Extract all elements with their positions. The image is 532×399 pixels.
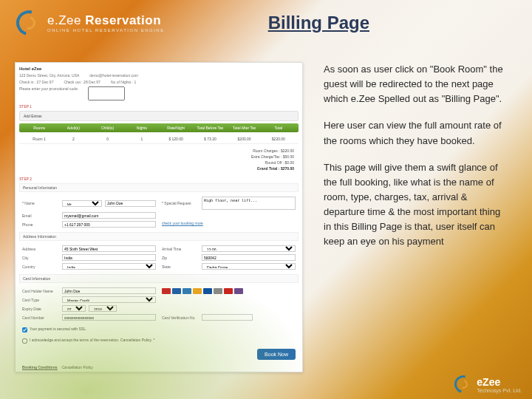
tab-booking-conditions[interactable]: Booking Conditions: [22, 365, 58, 370]
email-label: Email: [22, 214, 59, 218]
diners-icon: [214, 288, 222, 294]
round-off: Round Off : $0.00: [24, 160, 294, 166]
ssl-info-text: Your payment is secured with SSL.: [30, 327, 86, 331]
pricing-table-header: Rooms Adult(s) Child(s) Nights Rate/Nigh…: [19, 123, 299, 132]
description-p2: Here user can view the full amount rate …: [324, 118, 505, 148]
logo: e.Zee Reservation ONLINE HOTEL RESERVATI…: [16, 10, 165, 35]
td-nights: 1: [125, 137, 159, 141]
step-2-label: STEP 2: [19, 177, 299, 181]
cardnumber-label: Card Number: [22, 316, 59, 320]
agree-checkbox[interactable]: [22, 338, 27, 344]
logo-text-bold: Reservation: [85, 13, 161, 27]
cardnumber-input[interactable]: [62, 314, 156, 321]
salutation-select[interactable]: Mr.: [62, 200, 102, 207]
country-label: Country: [22, 265, 59, 269]
signup-link[interactable]: check your booking more: [162, 221, 203, 225]
promo-label: Please enter your promotional code: [19, 86, 78, 100]
cardholder-label: Card Holder Name: [22, 289, 59, 293]
grand-total: Grand Total : $270.00: [257, 166, 294, 171]
maestro-icon: [234, 288, 243, 294]
th-rooms: Rooms: [22, 126, 56, 130]
agree-text: I acknowledge and accept the terms of th…: [30, 338, 154, 342]
add-extras-bar[interactable]: Add Extras: [19, 111, 299, 121]
pricing-table-row: Room 1 2 0 1 $ 120.00 $ 73.20 $200.00 $2…: [19, 134, 299, 144]
email-input[interactable]: [62, 212, 156, 219]
expiry-label: Expiry Date: [22, 307, 59, 311]
td-total: $220.00: [262, 137, 296, 141]
salutation-label: * Name: [22, 201, 59, 205]
discover-icon: [193, 288, 202, 294]
special-req-label: * Special Request: [162, 201, 199, 205]
arrival-time-label: Arrival Time: [162, 247, 199, 251]
expiry-year-select[interactable]: 2016: [89, 305, 117, 312]
hotel-address: 123 Demo Street, City, Arizona, USA: [19, 73, 79, 78]
address-info-title: Address Information: [19, 232, 299, 241]
city-label: City: [22, 256, 59, 260]
th-children: Child(s): [91, 126, 125, 130]
cvv-input[interactable]: [202, 314, 253, 321]
jcb-icon: [203, 288, 212, 294]
th-before-tax: Total Before Tax: [193, 126, 227, 130]
address-input[interactable]: [62, 245, 156, 252]
th-rate: Rate/Night: [159, 126, 193, 130]
hotel-name: Hotel eZee: [19, 66, 299, 71]
logo-text-plain: e.Zee: [47, 13, 85, 27]
card-icons: [162, 287, 296, 294]
slide-header: e.Zee Reservation ONLINE HOTEL RESERVATI…: [0, 0, 532, 41]
th-after-tax: Total After Tax: [228, 126, 262, 130]
description-column: As soon as user click on "Book Room" the…: [324, 62, 505, 372]
step-1-label: STEP 1: [19, 104, 299, 109]
promo-input[interactable]: [88, 86, 125, 100]
logo-text: e.Zee Reservation: [47, 13, 165, 28]
cardtype-select[interactable]: Master Credit: [62, 296, 156, 303]
card-info-title: Card Information: [19, 274, 299, 283]
phone-input[interactable]: [62, 221, 156, 228]
td-adults[interactable]: 2: [56, 137, 90, 141]
td-children[interactable]: 0: [91, 137, 125, 141]
nights-label: No of Nights : 1: [111, 80, 136, 84]
td-room: Room 1: [22, 137, 56, 141]
tab-cancellation-policy[interactable]: Cancellation Policy: [62, 365, 93, 370]
footer-swirl-icon: [451, 372, 476, 397]
firstname-input[interactable]: [105, 200, 156, 207]
description-p1: As soon as user click on "Book Room" the…: [324, 62, 505, 106]
td-rate: $ 120.00: [159, 137, 193, 141]
footer-logo-sub: Technosys Pvt. Ltd.: [477, 388, 522, 393]
ssl-info-checkbox[interactable]: [22, 327, 27, 332]
hotel-email: demo@hotel-reservation.com: [89, 73, 138, 78]
unionpay-icon: [224, 288, 233, 294]
amex-icon: [183, 288, 191, 294]
special-req-textarea[interactable]: High floor, near lift...: [202, 197, 296, 210]
footer-logo-text: eZee: [477, 376, 522, 388]
th-total: Total: [262, 126, 296, 130]
country-select[interactable]: India: [62, 263, 156, 270]
zip-input[interactable]: [202, 254, 296, 261]
page-title: Billing Page: [268, 13, 369, 33]
visa-icon: [172, 288, 181, 294]
cvv-label: Card Verification No: [162, 316, 199, 320]
checkout-label: Check out : 28 Dec 97: [64, 80, 100, 84]
logo-subtitle: ONLINE HOTEL RESERVATION ENGINE: [47, 28, 165, 33]
cardholder-input[interactable]: [62, 287, 156, 294]
zip-label: Zip: [162, 256, 199, 260]
state-label: State: [162, 265, 199, 269]
td-before-tax: $ 73.20: [193, 137, 227, 141]
mastercard-icon: [162, 288, 171, 294]
billing-page-screenshot: Hotel eZee 123 Demo Street, City, Arizon…: [15, 62, 303, 372]
totals-block: Room Charges : $220.00 Extra Charge/Tax …: [19, 146, 299, 173]
extra-charges: Extra Charge/Tax : $50.00: [24, 154, 294, 160]
city-input[interactable]: [62, 254, 156, 261]
td-after-tax: $200.00: [228, 137, 262, 141]
phone-label: Phone: [22, 222, 59, 227]
arrival-time-select[interactable]: 12:00: [202, 245, 296, 252]
state-select[interactable]: Dadra Dome: [202, 263, 296, 270]
footer-logo: eZee Technosys Pvt. Ltd.: [454, 375, 522, 393]
logo-swirl-icon: [12, 6, 46, 40]
cardtype-label: Card Type: [22, 298, 59, 302]
book-now-button[interactable]: Book Now: [257, 349, 296, 360]
checkin-label: Check in : 27 Dec 97: [19, 80, 53, 84]
room-charges: Room Charges : $220.00: [24, 148, 294, 154]
th-adults: Adult(s): [56, 126, 90, 130]
expiry-month-select[interactable]: 07: [62, 305, 86, 312]
th-nights: Nights: [125, 126, 159, 130]
